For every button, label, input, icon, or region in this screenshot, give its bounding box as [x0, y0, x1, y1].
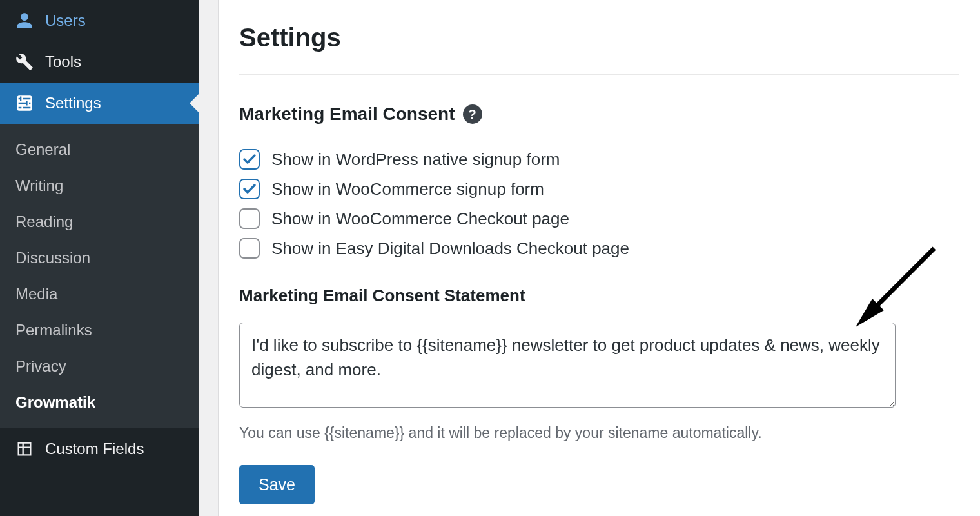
sidebar-item-label: Custom Fields [45, 440, 144, 458]
user-icon [15, 12, 34, 30]
section-heading-row: Marketing Email Consent ? [239, 104, 959, 124]
checkbox-woo-checkout[interactable] [239, 208, 260, 229]
submenu-growmatik[interactable]: Growmatik [0, 384, 199, 421]
submenu-permalinks[interactable]: Permalinks [0, 312, 199, 348]
checkbox-wp-signup[interactable] [239, 149, 260, 170]
grid-icon [15, 440, 34, 458]
sliders-icon [15, 94, 34, 112]
checkbox-row-wp-signup: Show in WordPress native signup form [239, 149, 959, 170]
sidebar-item-custom-fields[interactable]: Custom Fields [0, 428, 199, 470]
sidebar-item-tools[interactable]: Tools [0, 41, 199, 83]
admin-sidebar: Users Tools Settings General Writing Rea… [0, 0, 199, 516]
submenu-privacy[interactable]: Privacy [0, 348, 199, 384]
checkbox-woo-signup[interactable] [239, 179, 260, 199]
save-button[interactable]: Save [239, 465, 315, 504]
submenu-media[interactable]: Media [0, 276, 199, 312]
submenu-writing[interactable]: Writing [0, 168, 199, 204]
sidebar-item-users[interactable]: Users [0, 0, 199, 41]
section-heading: Marketing Email Consent [239, 104, 455, 124]
sidebar-item-label: Tools [45, 53, 81, 71]
page-title: Settings [239, 0, 959, 75]
help-icon[interactable]: ? [463, 104, 482, 124]
checkbox-edd-checkout[interactable] [239, 238, 260, 259]
consent-statement-textarea[interactable] [239, 322, 896, 408]
submenu-general[interactable]: General [0, 132, 199, 168]
main-content: Settings Marketing Email Consent ? Show … [218, 0, 980, 516]
submenu-reading[interactable]: Reading [0, 204, 199, 240]
checkbox-label[interactable]: Show in WooCommerce signup form [271, 179, 544, 199]
checkbox-row-woo-checkout: Show in WooCommerce Checkout page [239, 208, 959, 229]
submenu-discussion[interactable]: Discussion [0, 240, 199, 276]
statement-heading: Marketing Email Consent Statement [239, 286, 959, 306]
sidebar-item-settings[interactable]: Settings [0, 83, 199, 124]
checkbox-label[interactable]: Show in WooCommerce Checkout page [271, 209, 569, 229]
settings-submenu: General Writing Reading Discussion Media… [0, 124, 199, 428]
checkbox-row-woo-signup: Show in WooCommerce signup form [239, 179, 959, 199]
wrench-icon [15, 53, 34, 71]
checkbox-row-edd-checkout: Show in Easy Digital Downloads Checkout … [239, 238, 959, 259]
checkbox-label[interactable]: Show in WordPress native signup form [271, 150, 560, 170]
statement-hint: You can use {{sitename}} and it will be … [239, 424, 959, 442]
sidebar-item-label: Users [45, 12, 86, 30]
checkbox-label[interactable]: Show in Easy Digital Downloads Checkout … [271, 239, 629, 259]
sidebar-item-label: Settings [45, 94, 101, 112]
